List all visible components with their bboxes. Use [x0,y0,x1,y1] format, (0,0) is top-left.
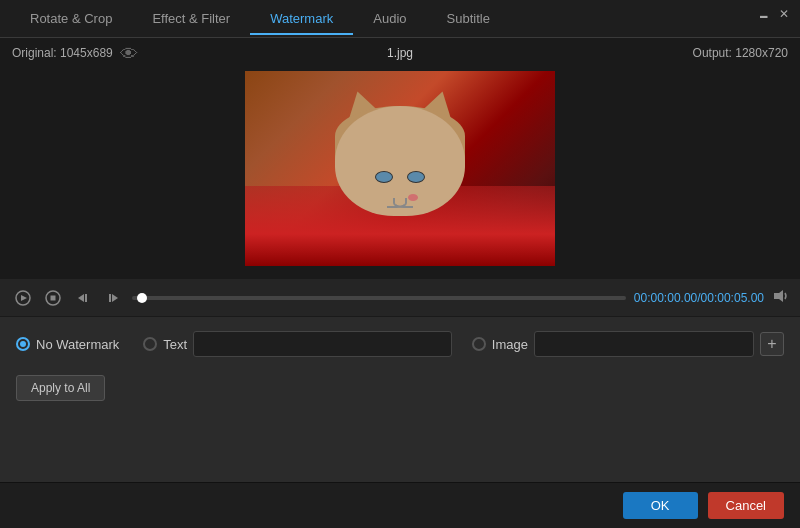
svg-marker-8 [774,290,783,302]
watermark-options: No Watermark Text Image + [0,317,800,365]
time-display: 00:00:00.00/00:00:05.00 [634,291,764,305]
image-watermark-label: Image [492,337,528,352]
svg-marker-6 [112,294,118,302]
controls-bar: 00:00:00.00/00:00:05.00 [0,278,800,316]
progress-dot [137,293,147,303]
volume-icon[interactable] [772,288,788,307]
no-watermark-option[interactable]: No Watermark [16,337,119,352]
svg-marker-4 [78,294,84,302]
tab-watermark[interactable]: Watermark [250,3,353,34]
total-time: 00:00:05.00 [701,291,764,305]
tab-effect-filter[interactable]: Effect & Filter [132,3,250,34]
tab-bar: Rotate & Crop Effect & Filter Watermark … [0,0,800,38]
tab-audio[interactable]: Audio [353,3,426,34]
current-time: 00:00:00.00 [634,291,697,305]
no-watermark-label: No Watermark [36,337,119,352]
progress-bar[interactable] [132,296,626,300]
add-image-button[interactable]: + [760,332,784,356]
tab-rotate-crop[interactable]: Rotate & Crop [10,3,132,34]
original-resolution-label: Original: 1045x689 [12,46,113,60]
text-watermark-option[interactable]: Text [143,337,187,352]
svg-marker-1 [21,295,27,301]
text-watermark-label: Text [163,337,187,352]
preview-area: Original: 1045x689 Output: 1280x720 1.jp… [0,38,800,278]
text-watermark-input[interactable] [193,331,452,357]
minimize-button[interactable]: 🗕 [756,6,772,22]
image-watermark-radio[interactable] [472,337,486,351]
text-watermark-radio[interactable] [143,337,157,351]
no-watermark-radio[interactable] [16,337,30,351]
bottom-bar: OK Cancel [0,482,800,528]
svg-rect-7 [109,294,111,302]
output-resolution-label: Output: 1280x720 [693,46,788,60]
tab-subtitle[interactable]: Subtitle [427,3,510,34]
eye-icon[interactable]: 👁 [120,44,138,65]
apply-row: Apply to All [0,365,800,411]
prev-frame-button[interactable] [72,287,94,309]
svg-rect-5 [85,294,87,302]
image-watermark-option[interactable]: Image + [472,331,784,357]
close-button[interactable]: ✕ [776,6,792,22]
cancel-button[interactable]: Cancel [708,492,784,519]
preview-image [245,71,555,266]
apply-to-all-button[interactable]: Apply to All [16,375,105,401]
filename-label: 1.jpg [387,46,413,60]
svg-rect-3 [51,295,56,300]
play-button[interactable] [12,287,34,309]
ok-button[interactable]: OK [623,492,698,519]
image-watermark-input[interactable] [534,331,754,357]
stop-button[interactable] [42,287,64,309]
next-frame-button[interactable] [102,287,124,309]
